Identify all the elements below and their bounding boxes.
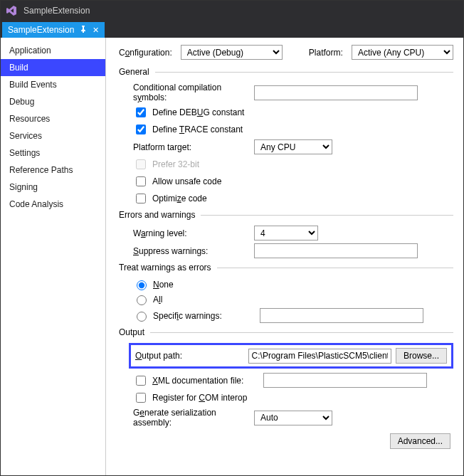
- platform-target-label: Platform target:: [133, 142, 254, 152]
- project-properties-sidebar: Application Build Build Events Debug Res…: [1, 38, 106, 476]
- treat-all-radio[interactable]: [137, 295, 147, 305]
- warning-level-label: Warning level:: [133, 228, 254, 238]
- treat-none-label: None: [153, 280, 174, 290]
- window-title: SampleExtension: [23, 6, 90, 16]
- treat-specific-radio[interactable]: [137, 312, 147, 322]
- optimize-checkbox[interactable]: [136, 194, 146, 203]
- sidebar-item-settings[interactable]: Settings: [1, 144, 105, 162]
- allow-unsafe-checkbox[interactable]: [136, 176, 146, 186]
- section-general: General: [119, 67, 453, 77]
- browse-button[interactable]: Browse...: [396, 348, 447, 364]
- suppress-warnings-label: Suppress warnings:: [133, 246, 254, 256]
- define-trace-label: Define TRACE constant: [152, 125, 243, 134]
- configuration-select[interactable]: Active (Debug): [181, 45, 283, 60]
- section-output: Output: [119, 327, 453, 337]
- platform-label: Platform:: [309, 48, 343, 58]
- sidebar-item-code-analysis[interactable]: Code Analysis: [1, 196, 105, 213]
- advanced-button[interactable]: Advanced...: [390, 433, 450, 449]
- configuration-label: Configuration:: [119, 48, 172, 58]
- allow-unsafe-label: Allow unsafe code: [152, 176, 221, 186]
- com-interop-checkbox[interactable]: [136, 393, 146, 403]
- xml-doc-label: XML documentation file:: [152, 376, 259, 386]
- platform-target-select[interactable]: Any CPU: [254, 139, 332, 154]
- cond-symbols-input[interactable]: [254, 85, 418, 100]
- tab-label: SampleExtension: [8, 25, 74, 35]
- warning-level-select[interactable]: 4: [254, 226, 318, 240]
- platform-select[interactable]: Active (Any CPU): [352, 45, 453, 60]
- optimize-label: Optimize code: [152, 194, 207, 203]
- sidebar-item-reference-paths[interactable]: Reference Paths: [1, 162, 105, 179]
- define-debug-label: Define DEBUG constant: [152, 107, 244, 117]
- sidebar-item-build-events[interactable]: Build Events: [1, 76, 105, 93]
- sidebar-item-signing[interactable]: Signing: [1, 179, 105, 196]
- vs-logo-icon: [5, 4, 18, 17]
- cond-symbols-label: Conditional compilation symbols:: [133, 83, 254, 102]
- gen-serialization-label: Generate serialization assembly:: [133, 408, 254, 428]
- treat-specific-input[interactable]: [260, 308, 423, 323]
- section-errors: Errors and warnings: [119, 210, 453, 220]
- define-debug-checkbox[interactable]: [136, 107, 146, 117]
- prefer-32bit-label: Prefer 32-bit: [152, 159, 199, 169]
- sidebar-item-resources[interactable]: Resources: [1, 110, 105, 127]
- pin-icon[interactable]: [80, 26, 87, 34]
- document-tab-strip: SampleExtension ✕: [1, 21, 463, 38]
- define-trace-checkbox[interactable]: [136, 125, 146, 134]
- output-path-label: Output path:: [135, 351, 248, 361]
- com-interop-label: Register for COM interop: [152, 393, 247, 403]
- treat-specific-label: Specific warnings:: [153, 311, 255, 321]
- suppress-warnings-input[interactable]: [254, 243, 418, 258]
- output-path-input[interactable]: [248, 349, 391, 364]
- sidebar-item-debug[interactable]: Debug: [1, 93, 105, 110]
- xml-doc-checkbox[interactable]: [136, 376, 146, 386]
- build-settings-panel: Configuration: Active (Debug) Platform: …: [106, 38, 463, 476]
- section-treat-warnings: Treat warnings as errors: [119, 263, 453, 273]
- sidebar-item-build[interactable]: Build: [1, 59, 105, 76]
- xml-doc-input[interactable]: [263, 373, 427, 388]
- sidebar-item-application[interactable]: Application: [1, 42, 105, 59]
- title-bar: SampleExtension: [1, 1, 463, 21]
- treat-none-radio[interactable]: [137, 280, 147, 290]
- sidebar-item-services[interactable]: Services: [1, 127, 105, 144]
- treat-all-label: All: [153, 295, 162, 305]
- document-tab[interactable]: SampleExtension ✕: [2, 22, 105, 38]
- close-icon[interactable]: ✕: [93, 26, 99, 35]
- prefer-32bit-checkbox: [136, 159, 146, 169]
- output-path-highlight: Output path: Browse...: [129, 343, 453, 369]
- gen-serialization-select[interactable]: Auto: [254, 411, 332, 425]
